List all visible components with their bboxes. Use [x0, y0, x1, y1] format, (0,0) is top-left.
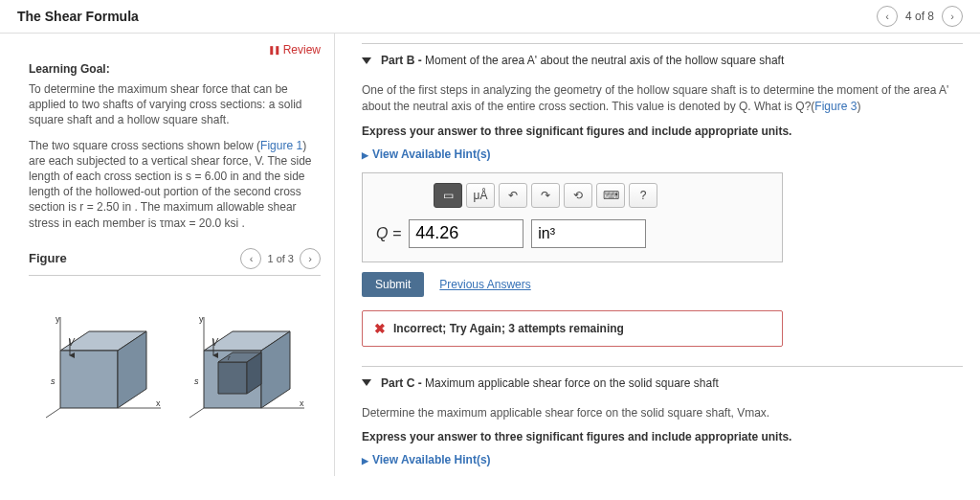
figure-pager: ‹ 1 of 3 ›	[240, 248, 321, 269]
svg-text:s: s	[51, 376, 56, 386]
svg-line-3	[46, 408, 60, 418]
answer-box: ▭ μÅ ↶ ↷ ⟲ ⌨ ? Q =	[362, 172, 783, 262]
svg-marker-14	[218, 362, 247, 394]
part-b-label: Part B -	[381, 54, 422, 67]
part-c-hints-link[interactable]: View Available Hint(s)	[362, 453, 963, 466]
top-pager: ‹ 4 of 8 ›	[877, 6, 963, 27]
part-c-description: Determine the maximum applicable shear f…	[362, 405, 963, 421]
feedback-box: ✖ Incorrect; Try Again; 3 attempts remai…	[362, 310, 783, 347]
mu-a-button[interactable]: μÅ	[466, 183, 495, 208]
learning-goal-text-2: The two square cross sections shown belo…	[29, 138, 321, 231]
fraction-tool-button[interactable]: ▭	[434, 183, 462, 208]
redo-button[interactable]: ↷	[531, 183, 560, 208]
part-c-title: Maximum applicable shear force on the so…	[425, 376, 719, 390]
solid-cube-svg: y x V s	[41, 303, 166, 437]
answer-value-input[interactable]	[409, 219, 523, 248]
svg-text:y: y	[56, 314, 60, 324]
part-c-instructions: Express your answer to three significant…	[362, 430, 963, 443]
page-title: The Shear Formula	[17, 9, 139, 24]
part-b-title: Moment of the area A' about the neutral …	[425, 54, 784, 67]
learning-goal-title: Learning Goal:	[29, 62, 321, 76]
next-page-button[interactable]: ›	[942, 6, 963, 27]
answer-units-input[interactable]	[531, 219, 646, 248]
left-panel: Review Learning Goal: To determine the m…	[0, 34, 335, 476]
page-header: The Shear Formula ‹ 4 of 8 ›	[0, 0, 980, 34]
figure-pager-text: 1 of 3	[267, 253, 294, 264]
feedback-text: Incorrect; Try Again; 3 attempts remaini…	[393, 322, 624, 335]
undo-button[interactable]: ↶	[499, 183, 527, 208]
figure-prev-button[interactable]: ‹	[240, 248, 261, 269]
submit-button[interactable]: Submit	[362, 272, 424, 297]
svg-text:s: s	[194, 376, 199, 386]
help-button[interactable]: ?	[629, 183, 657, 208]
svg-text:x: x	[300, 398, 304, 408]
prev-page-button[interactable]: ‹	[877, 6, 898, 27]
part-b-description: One of the first steps in analyzing the …	[362, 82, 963, 115]
svg-line-17	[189, 408, 204, 418]
review-link[interactable]: Review	[29, 43, 321, 57]
figure-image: y x V s y x	[29, 291, 321, 437]
part-b-instructions: Express your answer to three significant…	[362, 125, 963, 138]
learning-goal-text-1: To determine the maximum shear force tha…	[29, 81, 321, 128]
svg-marker-1	[60, 351, 118, 408]
svg-text:x: x	[156, 398, 161, 408]
figure-1-link[interactable]: Figure 1	[260, 139, 302, 152]
incorrect-icon: ✖	[374, 321, 386, 336]
figure-heading: Figure	[29, 251, 67, 265]
right-panel: Part B - Moment of the area A' about the…	[335, 34, 980, 476]
figure-3-link[interactable]: Figure 3	[814, 100, 857, 113]
part-c-collapse-icon[interactable]	[362, 379, 371, 386]
answer-toolbar: ▭ μÅ ↶ ↷ ⟲ ⌨ ?	[363, 173, 782, 214]
part-c-label: Part C -	[381, 376, 422, 390]
keyboard-button[interactable]: ⌨	[596, 183, 625, 208]
pager-text: 4 of 8	[905, 10, 934, 23]
figure-next-button[interactable]: ›	[300, 248, 321, 269]
svg-text:r: r	[228, 353, 231, 362]
part-b-collapse-icon[interactable]	[362, 57, 371, 64]
figure-divider	[29, 275, 321, 276]
part-b-section: Part B - Moment of the area A' about the…	[362, 43, 963, 347]
previous-answers-link[interactable]: Previous Answers	[439, 278, 530, 291]
part-b-hints-link[interactable]: View Available Hint(s)	[362, 148, 963, 161]
hollow-cube-svg: y x V s r	[185, 303, 309, 437]
part-c-section: Part C - Maximum applicable shear force …	[362, 366, 963, 467]
svg-text:y: y	[199, 314, 204, 324]
reset-button[interactable]: ⟲	[564, 183, 592, 208]
q-label: Q =	[376, 225, 401, 242]
